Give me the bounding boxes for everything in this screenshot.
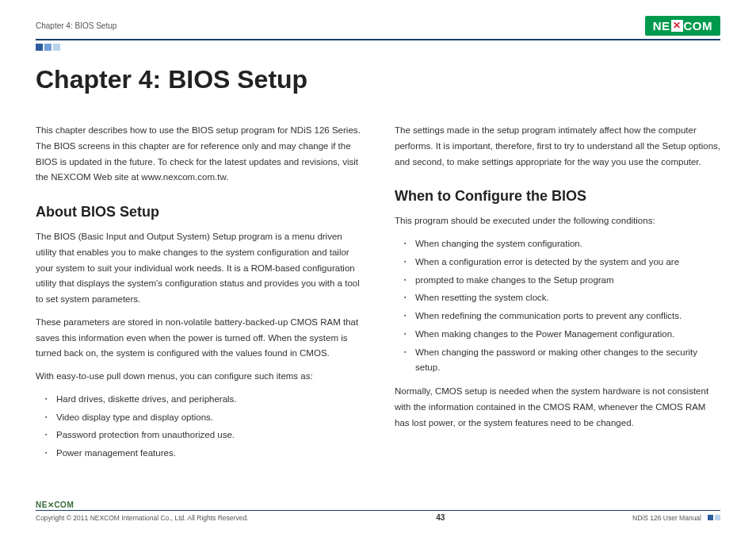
- list-item: Video display type and display options.: [48, 410, 361, 426]
- about-list: Hard drives, diskette drives, and periph…: [36, 392, 361, 462]
- manual-name: NDiS 126 User Manual: [632, 514, 701, 522]
- decorative-squares: [36, 44, 720, 51]
- left-column: This chapter describes how to use the BI…: [36, 123, 361, 470]
- body-paragraph: With easy-to-use pull down menus, you ca…: [36, 369, 361, 385]
- footer-rule: [36, 510, 720, 511]
- section-heading-about: About BIOS Setup: [36, 200, 361, 224]
- body-paragraph: Normally, CMOS setup is needed when the …: [395, 384, 720, 431]
- footer-bar: Copyright © 2011 NEXCOM International Co…: [36, 513, 720, 522]
- page-title: Chapter 4: BIOS Setup: [36, 65, 720, 94]
- list-item: Hard drives, diskette drives, and periph…: [48, 392, 361, 408]
- list-item: When resetting the system clock.: [407, 290, 720, 306]
- list-item: When changing the system configuration.: [407, 236, 720, 252]
- header-rule: [36, 39, 720, 40]
- body-paragraph: This program should be executed under th…: [395, 213, 720, 229]
- logo-text-pre: NE: [653, 19, 670, 33]
- square-icon: [708, 515, 713, 520]
- logo-text-post: COM: [684, 19, 713, 33]
- list-item: When a configuration error is detected b…: [407, 255, 720, 270]
- copyright-text: Copyright © 2011 NEXCOM International Co…: [36, 514, 248, 522]
- page-number: 43: [436, 513, 445, 522]
- list-item: prompted to make changes to the Setup pr…: [407, 273, 720, 289]
- chapter-label: Chapter 4: BIOS Setup: [36, 21, 116, 30]
- square-icon: [715, 515, 720, 520]
- section-heading-when: When to Configure the BIOS: [395, 184, 720, 209]
- list-item: When changing the password or making oth…: [407, 345, 720, 377]
- nexcom-logo: NE ✕ COM: [645, 16, 720, 36]
- page-header: Chapter 4: BIOS Setup NE ✕ COM: [36, 16, 720, 36]
- square-icon: [36, 44, 43, 51]
- footer-squares: [708, 515, 720, 520]
- intro-paragraph: This chapter describes how to use the BI…: [36, 123, 361, 186]
- logo-x-icon: ✕: [671, 20, 683, 32]
- page-footer: NE✕COM Copyright © 2011 NEXCOM Internati…: [36, 500, 720, 522]
- body-paragraph: These parameters are stored in non-volat…: [36, 315, 361, 362]
- square-icon: [53, 44, 60, 51]
- list-item: Power management features.: [48, 446, 361, 462]
- square-icon: [44, 44, 52, 51]
- content-columns: This chapter describes how to use the BI…: [36, 123, 720, 470]
- list-item: When making changes to the Power Managem…: [407, 327, 720, 343]
- list-item: Password protection from unauthorized us…: [48, 428, 361, 443]
- body-paragraph: The BIOS (Basic Input and Output System)…: [36, 229, 361, 308]
- footer-logo: NE✕COM: [36, 500, 720, 509]
- right-column: The settings made in the setup program i…: [395, 123, 720, 470]
- intro-paragraph: The settings made in the setup program i…: [395, 123, 720, 170]
- list-item: When redefining the communication ports …: [407, 309, 720, 324]
- when-list: When changing the system configuration. …: [395, 236, 720, 376]
